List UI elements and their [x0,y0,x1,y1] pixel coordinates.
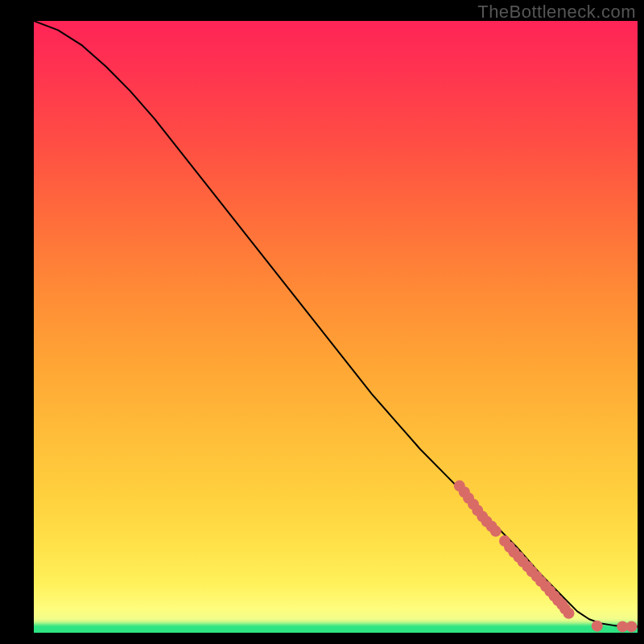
data-point [564,608,575,619]
chart-stage: TheBottleneck.com [0,0,644,644]
highlighted-points [454,481,638,633]
plot-area [34,21,638,633]
data-point [626,621,638,632]
watermark-text: TheBottleneck.com [477,2,636,23]
chart-overlay [34,21,638,633]
data-point [592,621,603,632]
data-point [490,526,502,537]
bottleneck-curve [34,21,638,626]
